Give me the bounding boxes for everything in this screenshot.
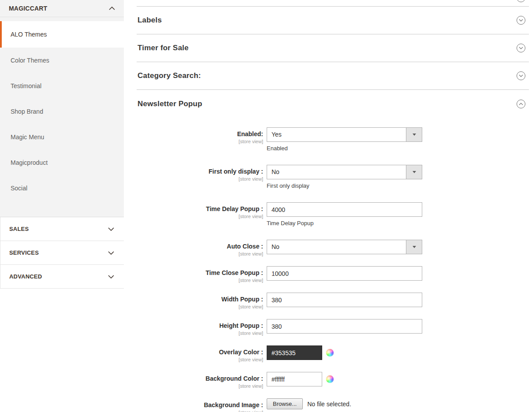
sidebar-section-magiccart[interactable]: MAGICCART bbox=[0, 0, 124, 17]
background-color-input[interactable] bbox=[267, 372, 322, 386]
sidebar-section-sales[interactable]: SALES bbox=[0, 217, 124, 241]
field-label-col: Background Image : [store view] bbox=[137, 398, 263, 412]
sidebar: MAGICCART ALO Themes Color Themes Testim… bbox=[0, 0, 124, 412]
color-picker-icon[interactable] bbox=[326, 375, 334, 383]
sidebar-item-alo-themes[interactable]: ALO Themes bbox=[0, 21, 124, 48]
field-label-col: Auto Close : [store view] bbox=[137, 240, 263, 256]
accordion-section-category-search[interactable]: Category Search: bbox=[137, 62, 529, 90]
background-image-scope-label: [store view] bbox=[137, 410, 263, 412]
sidebar-section-magiccart-label: MAGICCART bbox=[9, 5, 47, 12]
first-only-display-note: First only display bbox=[267, 182, 422, 189]
overlay-color-label: Overlay Color : bbox=[137, 349, 263, 356]
chevron-down-circle-icon[interactable] bbox=[517, 71, 525, 80]
field-label-col: Time Delay Popup : [store view] bbox=[137, 202, 263, 230]
sidebar-section-services[interactable]: SERVICES bbox=[0, 241, 124, 265]
overlay-color-scope-label: [store view] bbox=[137, 357, 263, 362]
height-popup-input[interactable] bbox=[267, 319, 422, 334]
accordion-section-timer-title: Timer for Sale bbox=[138, 44, 189, 52]
field-label-col: Background Color : [store view] bbox=[137, 372, 263, 389]
background-image-label: Background Image : bbox=[137, 401, 263, 409]
admin-config-screen: MAGICCART ALO Themes Color Themes Testim… bbox=[0, 0, 532, 412]
select-dropdown-button[interactable] bbox=[406, 165, 422, 179]
accordion-section-timer-for-sale[interactable]: Timer for Sale bbox=[137, 34, 529, 62]
auto-close-scope-label: [store view] bbox=[137, 251, 263, 256]
chevron-down-icon[interactable] bbox=[108, 275, 114, 278]
sidebar-item-color-themes[interactable]: Color Themes bbox=[0, 48, 124, 73]
chevron-down-circle-icon[interactable] bbox=[517, 16, 525, 25]
sidebar-item-social[interactable]: Social bbox=[0, 175, 124, 201]
field-row-time-close-popup: Time Close Popup : [store view] bbox=[137, 266, 529, 283]
time-delay-popup-input[interactable] bbox=[267, 202, 422, 217]
chevron-up-icon[interactable] bbox=[109, 7, 115, 10]
field-row-background-image: Background Image : [store view] Browse..… bbox=[137, 398, 529, 412]
accordion-section-labels-title: Labels bbox=[138, 16, 162, 25]
first-only-display-select[interactable]: No bbox=[267, 165, 422, 179]
time-delay-popup-label: Time Delay Popup : bbox=[137, 205, 263, 213]
accordion-section-newsletter-popup[interactable]: Newsletter Popup bbox=[137, 90, 529, 118]
first-only-display-select-value: No bbox=[267, 165, 422, 179]
accordion-section-labels[interactable]: Labels bbox=[137, 7, 529, 34]
select-dropdown-button[interactable] bbox=[406, 240, 422, 254]
width-popup-input[interactable] bbox=[267, 293, 422, 307]
time-close-popup-label: Time Close Popup : bbox=[137, 269, 263, 277]
auto-close-select-value: No bbox=[267, 240, 422, 254]
sidebar-item-magic-menu[interactable]: Magic Menu bbox=[0, 124, 124, 150]
chevron-down-icon[interactable] bbox=[108, 251, 114, 255]
sidebar-section-sales-label: SALES bbox=[9, 226, 29, 232]
time-delay-popup-note: Time Delay Popup bbox=[267, 220, 422, 226]
auto-close-label: Auto Close : bbox=[137, 243, 263, 250]
sidebar-groups: SALES SERVICES ADVANCED bbox=[0, 217, 124, 289]
color-picker-icon[interactable] bbox=[326, 349, 334, 356]
sidebar-item-testimonial[interactable]: Testimonial bbox=[0, 73, 124, 99]
chevron-down-circle-icon[interactable] bbox=[517, 44, 525, 52]
sidebar-item-magicproduct[interactable]: Magicproduct bbox=[0, 150, 124, 175]
sidebar-menu-spacer bbox=[0, 201, 124, 217]
chevron-up-circle-icon[interactable] bbox=[517, 100, 525, 108]
time-delay-popup-scope-label: [store view] bbox=[137, 214, 263, 219]
enabled-note: Enabled bbox=[267, 145, 422, 152]
background-color-scope-label: [store view] bbox=[137, 383, 263, 389]
overlay-color-input[interactable] bbox=[267, 345, 322, 360]
field-label-col: Width Popup : [store view] bbox=[137, 293, 263, 309]
chevron-circle-icon[interactable] bbox=[517, 0, 525, 2]
accordion-section-newsletter-popup-title: Newsletter Popup bbox=[138, 100, 202, 108]
enabled-select-value: Yes bbox=[267, 128, 422, 141]
file-status-text: No file selected. bbox=[307, 401, 351, 408]
sidebar-section-services-label: SERVICES bbox=[9, 249, 39, 256]
field-label-col: Time Close Popup : [store view] bbox=[137, 266, 263, 283]
caret-down-icon bbox=[413, 246, 416, 248]
accordion-section-category-search-title: Category Search: bbox=[138, 71, 201, 80]
auto-close-select[interactable]: No bbox=[267, 240, 422, 254]
time-close-popup-input[interactable] bbox=[267, 266, 422, 281]
field-row-background-color: Background Color : [store view] bbox=[137, 372, 529, 389]
accordion-partial-section bbox=[137, 0, 529, 7]
select-dropdown-button[interactable] bbox=[406, 128, 422, 141]
enabled-select[interactable]: Yes bbox=[267, 127, 422, 142]
first-only-display-scope-label: [store view] bbox=[137, 176, 263, 182]
height-popup-scope-label: [store view] bbox=[137, 330, 263, 336]
background-color-label: Background Color : bbox=[137, 375, 263, 382]
field-label-col: Enabled: [store view] bbox=[137, 127, 263, 155]
field-row-auto-close: Auto Close : [store view] No bbox=[137, 240, 529, 256]
caret-down-icon bbox=[413, 134, 416, 136]
time-close-popup-scope-label: [store view] bbox=[137, 278, 263, 283]
field-label-col: Height Popup : [store view] bbox=[137, 319, 263, 336]
sidebar-section-advanced[interactable]: ADVANCED bbox=[0, 265, 124, 289]
field-row-width-popup: Width Popup : [store view] bbox=[137, 293, 529, 309]
field-row-enabled: Enabled: [store view] Yes Enabled bbox=[137, 127, 529, 155]
browse-button[interactable]: Browse... bbox=[267, 398, 303, 409]
enabled-label: Enabled: bbox=[137, 130, 263, 138]
chevron-down-icon[interactable] bbox=[108, 227, 114, 231]
field-label-col: First only display : [store view] bbox=[137, 165, 263, 193]
width-popup-label: Width Popup : bbox=[137, 296, 263, 303]
field-row-time-delay-popup: Time Delay Popup : [store view] Time Del… bbox=[137, 202, 529, 230]
width-popup-scope-label: [store view] bbox=[137, 304, 263, 309]
height-popup-label: Height Popup : bbox=[137, 322, 263, 330]
sidebar-section-advanced-label: ADVANCED bbox=[9, 273, 42, 280]
first-only-display-label: First only display : bbox=[137, 168, 263, 175]
config-main: Labels Timer for Sale Category Search: N… bbox=[124, 0, 532, 412]
sidebar-item-shop-brand[interactable]: Shop Brand bbox=[0, 99, 124, 124]
caret-down-icon bbox=[413, 171, 416, 173]
field-row-height-popup: Height Popup : [store view] bbox=[137, 319, 529, 336]
field-label-col: Overlay Color : [store view] bbox=[137, 345, 263, 362]
